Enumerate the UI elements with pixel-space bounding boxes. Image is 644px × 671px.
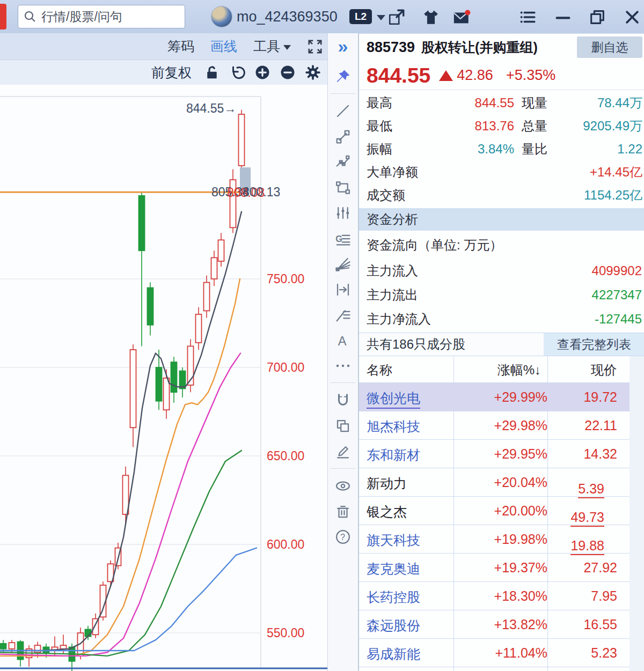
toolbar-divider <box>331 93 355 94</box>
candle-body <box>130 350 136 427</box>
titlebar: mo_424369350 L2 <box>0 0 644 33</box>
components-summary: 共有186只成分股 <box>367 336 465 353</box>
l2-badge[interactable]: L2 <box>349 9 372 24</box>
collapse-panel-chevrons[interactable]: » <box>338 33 348 59</box>
table-row[interactable]: 易成新能+11.04%5.23 <box>359 639 630 667</box>
steps-icon[interactable] <box>335 307 351 323</box>
component-name[interactable]: 旭杰科技 <box>367 418 420 436</box>
polyline-icon[interactable] <box>335 154 351 170</box>
table-row[interactable]: 长药控股+18.30%7.95 <box>359 582 630 610</box>
table-row[interactable]: 旗天科技+19.98%19.88 <box>359 525 630 554</box>
component-name[interactable]: 旗天科技 <box>367 532 420 549</box>
shirt-icon[interactable] <box>422 8 440 26</box>
undo-icon[interactable] <box>229 64 245 80</box>
rectangle-icon[interactable] <box>335 180 351 196</box>
more-icon[interactable] <box>335 358 351 374</box>
text-icon[interactable]: A <box>335 333 351 349</box>
kline-chart[interactable]: 750.00700.00650.00600.00550.00844.55→805… <box>0 85 327 671</box>
component-name[interactable]: 银之杰 <box>367 503 407 521</box>
component-price: 7.95 <box>591 588 617 604</box>
candle-body <box>1 644 6 649</box>
eye-icon[interactable] <box>335 478 351 494</box>
chevron-down-icon[interactable] <box>377 15 385 20</box>
candle-body <box>156 367 162 401</box>
close-icon[interactable] <box>623 8 641 26</box>
gann-icon[interactable]: G <box>335 231 351 247</box>
table-row[interactable]: 东和新材+29.95%14.32 <box>359 440 630 468</box>
restore-icon[interactable] <box>588 8 606 26</box>
view-full-list-button[interactable]: 查看完整列表 <box>544 333 644 356</box>
lock-icon[interactable] <box>204 64 220 80</box>
table-row[interactable]: 新动力+20.04%5.39 <box>359 468 630 497</box>
table-row[interactable]: 银之杰+20.00%49.73 <box>359 497 630 525</box>
component-name[interactable]: 东和新材 <box>367 446 420 464</box>
gear-icon[interactable] <box>305 64 321 80</box>
fund-analysis-bar[interactable]: 资金分析 <box>359 208 644 231</box>
component-name[interactable]: 长药控股 <box>367 588 420 606</box>
trash-icon[interactable] <box>335 504 351 520</box>
list-icon[interactable] <box>518 8 537 26</box>
search-box[interactable] <box>18 5 185 28</box>
candle-body <box>35 645 41 652</box>
stat-value: 78.44万 <box>559 94 642 112</box>
ma-longest <box>0 548 257 651</box>
quote-panel: 885739 股权转让(并购重组) 删自选 844.55 42.86 +5.35… <box>358 33 644 671</box>
component-price: 22.11 <box>584 418 617 433</box>
stat-label: 成交额 <box>367 187 435 204</box>
zoom-out-icon[interactable] <box>280 64 296 80</box>
help-icon[interactable]: ? <box>335 529 351 545</box>
minimize-icon[interactable] <box>554 8 572 26</box>
avatar[interactable] <box>211 6 232 27</box>
table-row[interactable]: 森远股份+13.82%16.55 <box>359 610 630 639</box>
candle-body <box>196 314 202 343</box>
component-price: 5.39 <box>578 481 604 498</box>
component-price: 14.32 <box>583 446 617 462</box>
magnet-icon[interactable] <box>335 393 351 409</box>
component-change: +18.30% <box>453 588 547 604</box>
zoom-in-icon[interactable] <box>254 64 270 80</box>
col-header-name[interactable]: 名称 <box>367 362 392 379</box>
stat-row: 成交额1154.25亿 <box>359 183 644 207</box>
ma-mid <box>0 279 240 656</box>
fan-icon[interactable] <box>335 256 351 272</box>
component-name[interactable]: 微创光电 <box>367 389 420 409</box>
fund-flow-row: 主力净流入-127445 <box>359 307 644 331</box>
chevron-down-icon <box>283 45 291 50</box>
component-change: +13.82% <box>453 617 547 632</box>
table-row[interactable]: 旭杰科技+29.98%22.11 <box>359 411 630 440</box>
pencil-icon[interactable] <box>335 444 351 460</box>
sliders-icon[interactable] <box>335 205 351 221</box>
tab-chips[interactable]: 筹码 <box>167 38 194 55</box>
pin-icon[interactable] <box>335 69 351 85</box>
popout-icon[interactable] <box>387 8 406 26</box>
tools-menu[interactable]: 工具 <box>253 38 291 55</box>
table-row[interactable]: 微创光电+29.99%19.72 <box>359 383 630 411</box>
clone-icon[interactable] <box>335 418 351 434</box>
table-row[interactable]: 麦克奥迪+19.37%27.92 <box>359 554 630 582</box>
search-input[interactable] <box>41 10 200 24</box>
high-price-annotation: 844.55→ <box>186 101 236 115</box>
fund-flow-row: 主力流入4099902 <box>359 259 644 283</box>
component-name[interactable]: 新动力 <box>367 475 407 492</box>
segment-icon[interactable] <box>335 129 351 145</box>
last-price: 844.55 <box>367 64 430 87</box>
stat-value: 9205.49万 <box>559 117 642 135</box>
fullscreen-icon[interactable] <box>307 39 323 55</box>
component-name[interactable]: 易成新能 <box>367 645 420 663</box>
adjust-mode-label[interactable]: 前复权 <box>151 64 192 82</box>
component-name[interactable]: 麦克奥迪 <box>367 560 420 578</box>
price-change: 42.86 <box>457 67 493 84</box>
line-icon[interactable] <box>335 103 351 119</box>
candle-body <box>148 288 153 325</box>
mail-icon[interactable] <box>452 8 471 26</box>
price-row: 844.55 42.86 +5.35% <box>359 61 644 90</box>
range-icon[interactable] <box>335 282 351 298</box>
col-header-change[interactable]: 涨幅%↓ <box>497 362 541 379</box>
remove-watchlist-button[interactable]: 删自选 <box>577 36 642 58</box>
stat-row: 大单净额+14.45亿 <box>359 160 644 183</box>
stock-header: 885739 股权转让(并购重组) 删自选 <box>359 33 644 61</box>
overlap-price-label: 800.13 <box>243 185 280 199</box>
col-header-price[interactable]: 现价 <box>591 362 617 379</box>
tab-draw[interactable]: 画线 <box>210 38 237 55</box>
component-name[interactable]: 森远股份 <box>367 617 420 635</box>
